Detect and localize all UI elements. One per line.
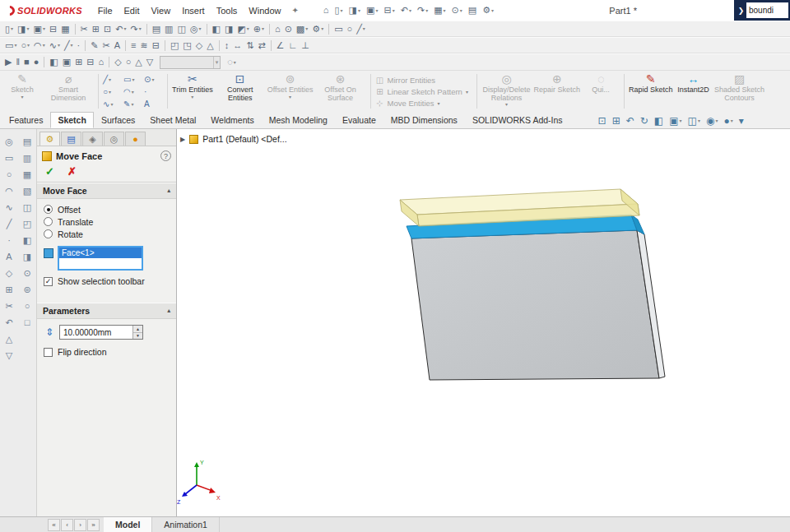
toolbar-icon[interactable]: ▣▾ <box>32 24 47 35</box>
sketch-entity-icon[interactable]: ◠▾ <box>123 86 142 98</box>
toolbar-icon[interactable]: ◇ <box>194 40 204 51</box>
toolbar-icon[interactable]: ■ <box>22 57 31 67</box>
sketch-entity-icon[interactable]: ⊙▾ <box>144 73 163 86</box>
left-toolbar-icon[interactable]: ✂ <box>2 299 16 312</box>
addin-manager-tab[interactable]: ● <box>125 132 146 146</box>
left-toolbar-icon[interactable]: ╱ <box>2 217 16 230</box>
cancel-button[interactable]: ✗ <box>67 165 77 178</box>
help-icon[interactable]: ? <box>160 150 171 161</box>
orientation-triad[interactable]: Y X Z <box>177 460 221 505</box>
sketch-entity-icon[interactable]: ✎▾ <box>123 98 142 110</box>
radio-offset[interactable]: Offset <box>44 203 170 215</box>
sketch-entity-icon[interactable]: A <box>144 98 163 110</box>
tab-evaluate[interactable]: Evaluate <box>335 112 383 128</box>
tab-sketch[interactable]: Sketch <box>50 112 93 128</box>
model-front-face[interactable] <box>411 230 659 380</box>
tab-surfaces[interactable]: Surfaces <box>94 112 142 128</box>
toolbar-icon[interactable]: ● <box>32 57 41 67</box>
parameters-group-header[interactable]: Parameters ▴ <box>37 303 176 319</box>
toolbar-icon[interactable]: △ <box>205 40 215 51</box>
feature-tree-root[interactable]: Part1 (Default) <Def... <box>202 134 286 144</box>
open-icon[interactable]: ◨▾ <box>347 5 362 16</box>
toolbar-icon[interactable]: ‖ <box>14 57 21 67</box>
layer-combo[interactable]: ▾ <box>160 56 221 69</box>
toolbar-icon[interactable]: ▤ <box>151 24 162 35</box>
sketch-entity-icon[interactable]: ○▾ <box>103 86 122 98</box>
toolbar-icon[interactable]: ⊥ <box>300 40 311 51</box>
tab-nav-icon[interactable]: » <box>87 519 100 531</box>
selection-item[interactable]: Face<1> <box>59 247 142 258</box>
left-toolbar-icon[interactable]: ▽ <box>2 349 16 362</box>
toolbar-icon[interactable]: ⇅ <box>244 40 255 51</box>
save-icon[interactable]: ▣▾ <box>365 5 379 16</box>
convert-entities-button[interactable]: ⊡Convert Entities <box>215 72 266 111</box>
menu-view[interactable]: View <box>145 3 176 18</box>
toolbar-icon[interactable]: ◧ <box>211 24 222 35</box>
left-toolbar-icon[interactable]: ◰ <box>20 217 35 230</box>
toolbar-icon[interactable]: ◧ <box>48 57 59 67</box>
toolbar-icon[interactable]: ∿▾ <box>48 40 62 51</box>
toolbar-icon[interactable]: ↔ <box>231 40 244 51</box>
trim-entities-button[interactable]: ✂Trim Entities▾ <box>172 72 213 111</box>
file-properties-icon[interactable]: ▤ <box>467 5 478 16</box>
toolbar-icon[interactable]: ○▾ <box>19 40 31 51</box>
toolbar-icon[interactable]: · <box>76 40 82 51</box>
toolbar-icon[interactable]: ∟ <box>286 40 299 51</box>
left-toolbar-icon[interactable]: △ <box>2 332 16 345</box>
toolbar-icon[interactable]: ▭▾ <box>3 40 18 51</box>
toolbar-icon[interactable]: ◠▾ <box>32 40 47 51</box>
menu-window[interactable]: Window <box>243 3 286 18</box>
new-document-icon[interactable]: ▯▾ <box>333 5 345 16</box>
configurationmanager-tab[interactable]: ▤ <box>61 132 81 146</box>
toolbar-icon[interactable]: ✎ <box>89 40 100 51</box>
left-toolbar-icon[interactable]: ◨ <box>20 250 35 263</box>
left-toolbar-icon[interactable]: ◎ <box>2 135 16 148</box>
face-selection-listbox[interactable]: Face<1> <box>58 246 143 271</box>
radio-translate[interactable]: Translate <box>44 215 170 228</box>
toolbar-icon[interactable]: ↷▾ <box>128 24 142 35</box>
toolbar-icon[interactable]: ○ <box>124 57 133 67</box>
search-input[interactable]: boundi <box>746 2 788 18</box>
tab-sheet-metal[interactable]: Sheet Metal <box>142 112 203 128</box>
flip-direction-checkbox[interactable]: Flip direction <box>44 345 170 359</box>
left-toolbar-icon[interactable]: ◇ <box>2 266 16 280</box>
toolbar-icon[interactable]: ∠ <box>275 40 286 51</box>
toolbar-icon[interactable]: ◎▾ <box>188 24 203 35</box>
undo-icon[interactable]: ↶▾ <box>399 5 413 16</box>
offset-distance-input[interactable]: 10.00000mm ▲ ▼ <box>59 325 143 340</box>
toolbar-icon[interactable]: ⊟ <box>85 57 95 67</box>
toolbar-icon[interactable]: ▯▾ <box>3 24 15 35</box>
menu-file[interactable]: File <box>92 3 118 18</box>
left-toolbar-icon[interactable]: ◫ <box>20 201 35 214</box>
model-canvas[interactable]: Y X Z <box>177 129 789 516</box>
menu-edit[interactable]: Edit <box>118 3 146 18</box>
toolbar-icon[interactable]: ✂ <box>79 24 90 35</box>
left-toolbar-icon[interactable]: ◧ <box>20 234 35 247</box>
flyout-arrow-icon[interactable]: ▶ <box>180 136 185 143</box>
left-toolbar-icon[interactable]: ◠ <box>2 184 16 197</box>
left-toolbar-icon[interactable]: ○ <box>2 168 16 181</box>
left-toolbar-icon[interactable]: □ <box>20 316 35 329</box>
toolbar-icon[interactable]: ⊙ <box>283 24 294 35</box>
toolbar-icon[interactable]: ▥ <box>163 24 174 35</box>
left-toolbar-icon[interactable]: ⊙ <box>20 266 35 280</box>
rapid-sketch-button[interactable]: ✎Rapid Sketch <box>629 72 673 111</box>
left-toolbar-icon[interactable]: ▥ <box>20 151 35 164</box>
toolbar-icon[interactable]: ⊕▾ <box>252 24 266 35</box>
menu-tools[interactable]: Tools <box>211 3 244 18</box>
toolbar-icon[interactable]: ◇ <box>113 57 123 67</box>
toolbar-icon[interactable]: ▦ <box>59 24 71 35</box>
toolbar-icon[interactable]: ≡ <box>129 40 137 51</box>
toolbar-icon[interactable]: ⌂ <box>273 24 282 35</box>
left-toolbar-icon[interactable]: ∿ <box>2 201 16 214</box>
rotate-view-icon[interactable]: ↻ <box>640 116 648 126</box>
left-toolbar-icon[interactable]: ▦ <box>20 168 35 181</box>
toolbar-icon[interactable]: ◫ <box>175 24 187 35</box>
toolbar-icon[interactable]: ╱▾ <box>355 24 367 35</box>
toolbar-icon[interactable]: ◩▾ <box>235 24 250 35</box>
hide-show-icon[interactable]: ◉▾ <box>706 116 718 126</box>
left-toolbar-icon[interactable]: ▭ <box>2 151 16 164</box>
toolbar-icon[interactable]: ◨ <box>223 24 235 35</box>
radio-rotate[interactable]: Rotate <box>44 228 170 240</box>
view-orientation-icon[interactable]: ▣▾ <box>669 116 681 126</box>
